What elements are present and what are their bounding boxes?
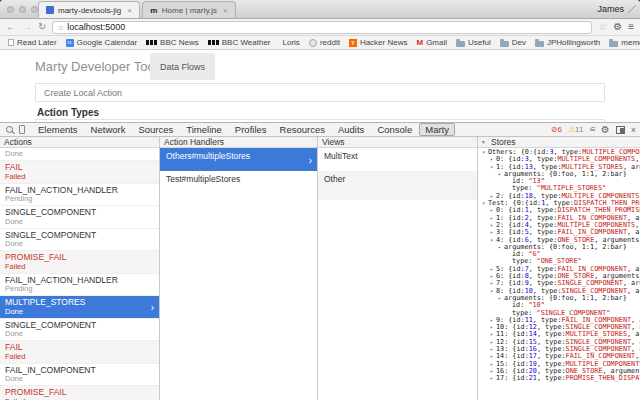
store-tree-row[interactable]: ▸5: {id:7, type:FAIL_IN_COMPONENT, argum… [480,266,640,273]
action-item[interactable]: FAILFailed [0,341,159,364]
store-tree-row[interactable]: ▸arguments: {0:foo, 1:1, 2:bar} [480,295,640,302]
store-tree-row[interactable]: id: "13" [480,178,640,185]
store-tree-row[interactable]: id: "10" [480,302,640,309]
store-tree-row[interactable]: ▸0: {id:1, type:DISPATCH_THEN_PROMISE, a… [480,207,640,214]
store-tree-row[interactable]: ▾1: {id:13, type:MULTIPLE_STORES, argume… [480,164,640,171]
store-tree-row[interactable]: ▸2: {id:18, type:MULTIPLE_COMPONENTS, ar… [480,193,640,200]
create-local-action-button[interactable]: Create Local Action [35,83,605,102]
action-item[interactable]: Done [0,148,159,161]
view-item[interactable]: MultiText [318,148,477,171]
store-tree-row[interactable]: ▸0: {id:3, type:MULTIPLE_COMPONENTS, arg… [480,156,640,163]
menu-icon[interactable]: ≡ [628,22,634,32]
window-close-button[interactable] [7,6,14,13]
store-tree-row[interactable]: ▾8: {id:10, type:SINGLE_COMPONENT, argum… [480,288,640,295]
action-item[interactable]: PROMISE_FAILFailed [0,251,159,274]
store-tree-row[interactable]: ▸10: {id:12, type:SINGLE_COMPONENT, argu… [480,324,640,331]
devtools-tab-audits[interactable]: Audits [332,123,370,136]
action-item[interactable]: SINGLE_COMPONENTDone [0,229,159,252]
bookmark-read-later[interactable]: Read Later [8,38,57,47]
action-item[interactable]: SINGLE_COMPONENTDone [0,206,159,229]
devtools-tab-sources[interactable]: Sources [132,123,179,136]
store-tree-text: 17: {id:21, type:PROMISE_THEN_DISPATCH, … [496,375,640,382]
tab-data-flows[interactable]: Data Flows [150,53,215,80]
browser-tab-marty-devtools-jig[interactable]: marty-devtools-jig× [38,1,140,18]
console-drawer-icon[interactable]: ›≡ [589,125,594,134]
action-item[interactable]: FAIL_IN_COMPONENTDone [0,364,159,387]
devtools-tab-elements[interactable]: Elements [32,123,84,136]
bookmark-reddit[interactable]: reddit [309,38,340,47]
bookmark-dev[interactable]: Dev [500,38,526,47]
forward-icon[interactable]: → [22,22,32,32]
gear-icon[interactable]: ⚙ [613,22,622,32]
store-tree-row[interactable]: ▸arguments: {0:foo, 1:1, 2:bar} [480,171,640,178]
devtools-tab-network[interactable]: Network [85,123,132,136]
window-minimize-button[interactable] [19,6,26,13]
devtools-right-controls: ⊘6 ⚠11 ›≡ ⚙ × [551,124,636,135]
warning-badge[interactable]: ⚠11 [568,125,583,134]
action-item[interactable]: MULTIPLE_STORESDone› [0,296,159,319]
action-handler-item[interactable]: Others#multipleStores› [160,148,317,171]
action-item[interactable]: SINGLE_COMPONENTDone [0,319,159,342]
store-tree-row[interactable]: ▸9: {id:11, type:FAIL_IN_COMPONENT, argu… [480,317,640,324]
devtools-tab-marty[interactable]: Marty [419,123,455,136]
view-item[interactable]: Other [318,171,477,200]
bookmark-gmail[interactable]: MGmail [416,38,447,47]
action-item[interactable]: FAIL_IN_ACTION_HANDLERPending [0,184,159,207]
store-tree-row[interactable]: ▸6: {id:8, type:ONE_STORE, arguments:{0:… [480,273,640,280]
store-tree-row[interactable]: ▸16: {id:20, type:ONE_STORE, arguments:{… [480,368,640,375]
bookmark-hacker-news[interactable]: YHacker News [349,38,408,47]
devtools-tab-profiles[interactable]: Profiles [229,123,273,136]
window-zoom-button[interactable] [31,6,38,13]
profile-name[interactable]: James [597,4,624,14]
action-item[interactable]: FAIL_IN_ACTION_HANDLERPending [0,274,159,297]
store-tree-row[interactable]: ▸2: {id:4, type:MULTIPLE_COMPONENTS, arg… [480,222,640,229]
bookmark-memes[interactable]: memes [609,38,640,47]
bookmark-useful[interactable]: Useful [456,38,491,47]
back-icon[interactable]: ← [6,22,16,32]
error-badge[interactable]: ⊘6 [551,125,562,134]
url-bar[interactable]: ⌂ localhost:5000 [52,21,592,34]
store-tree-row[interactable]: ▸3: {id:5, type:FAIL_IN_COMPONENT, argum… [480,229,640,236]
store-tree-row[interactable]: id: "6" [480,251,640,258]
action-title: FAIL_IN_COMPONENT [5,366,154,376]
store-tree-row[interactable]: ▸1: {id:2, type:FAIL_IN_COMPONENT, argum… [480,215,640,222]
bookmark-google-calendar[interactable]: 31Google Calendar [66,38,137,47]
bookmark-jphollingworth[interactable]: JPHollingworth [535,38,600,47]
browser-tab-home-marty-js[interactable]: mHome | marty.js× [142,1,236,18]
inspect-icon[interactable] [6,126,13,133]
device-mode-icon[interactable] [19,125,25,134]
reload-icon[interactable]: ↻ [38,22,46,32]
tab-close-icon[interactable]: × [223,6,228,15]
store-tree-row[interactable]: ▾4: {id:6, type:ONE_STORE, arguments:{0:… [480,237,640,244]
store-tree-row[interactable]: ▸arguments: {0:foo, 1:1, 2:bar} [480,244,640,251]
store-tree-row[interactable]: type: "ONE_STORE" [480,258,640,265]
store-tree-row[interactable]: ▸12: {id:15, type:SINGLE_COMPONENT, argu… [480,339,640,346]
devtools-tab-console[interactable]: Console [371,123,418,136]
store-tree-row[interactable]: ▸11: {id:14, type:MULTIPLE_STORES, argum… [480,331,640,338]
bookmark-bbc-news[interactable]: BBC News [146,38,199,47]
store-tree-row[interactable]: type: "MULTIPLE_STORES" [480,185,640,192]
action-handler-item[interactable]: Test#multipleStores [160,171,317,194]
store-tree-row[interactable]: ▾Others: {0:{id:3, type:MULTIPLE_COMPONE… [480,149,640,156]
devtools-close-icon[interactable]: × [631,125,636,135]
stores-column: ▾ Stores ▾Others: {0:{id:3, type:MULTIPL… [478,137,640,400]
store-tree-row[interactable]: ▸17: {id:21, type:PROMISE_THEN_DISPATCH,… [480,375,640,382]
store-tree-row[interactable]: type: "SINGLE_COMPONENT" [480,310,640,317]
dock-side-icon[interactable] [616,126,625,134]
bookmark-loris[interactable]: Loris [280,38,300,47]
store-tree-row[interactable]: ▸15: {id:19, type:MULTIPLE_COMPONENTS, a… [480,361,640,368]
store-tree-row[interactable]: ▾Test: {0:{id:1, type:DISPATCH_THEN_PROM… [480,200,640,207]
settings-gear-icon[interactable]: ⚙ [601,124,610,135]
tab-close-icon[interactable]: × [127,6,132,15]
store-tree-row[interactable]: ▸13: {id:16, type:SINGLE_COMPONENT, argu… [480,346,640,353]
bookmark-star-icon[interactable]: ☆ [598,22,607,32]
devtools-tab-resources[interactable]: Resources [274,123,331,136]
bookmark-bbc-weather[interactable]: BBC Weather [208,38,271,47]
action-item[interactable]: PROMISE_FAILFailed [0,386,159,400]
store-tree-row[interactable]: ▸14: {id:17, type:FAIL_IN_COMPONENT, arg… [480,353,640,360]
chevron-down-icon[interactable]: ▾ [482,139,488,145]
store-tree-row[interactable]: ▸7: {id:9, type:SINGLE_COMPONENT, argume… [480,280,640,287]
bookmark-label: Gmail [426,38,447,47]
action-item[interactable]: FAILFailed [0,161,159,184]
devtools-tab-timeline[interactable]: Timeline [180,123,228,136]
